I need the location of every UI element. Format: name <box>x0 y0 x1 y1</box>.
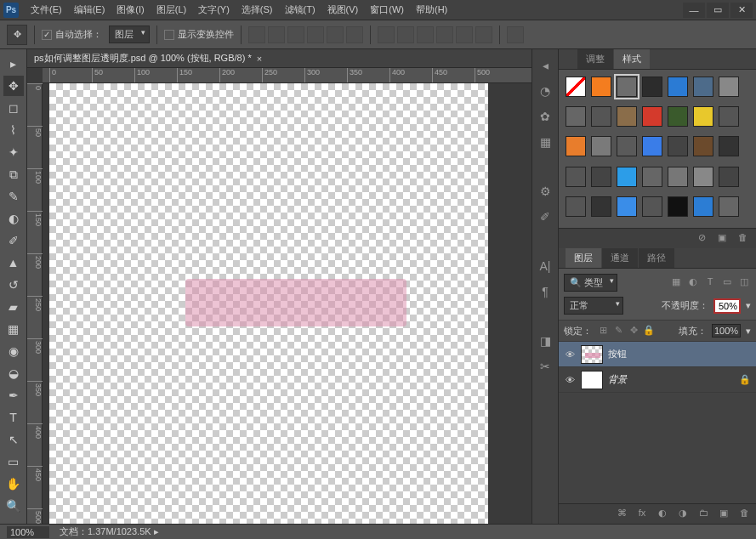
dodge-tool[interactable]: ◒ <box>3 363 24 383</box>
menu-view[interactable]: 视图(V) <box>322 1 364 19</box>
style-swatch[interactable] <box>642 196 662 217</box>
layer-mask-icon[interactable]: ◐ <box>656 508 669 521</box>
align-right-icon[interactable] <box>346 26 363 43</box>
menu-image[interactable]: 图像(I) <box>111 1 149 19</box>
menu-select[interactable]: 选择(S) <box>236 1 278 19</box>
style-swatch[interactable] <box>719 106 739 127</box>
layer-style-icon[interactable]: fx <box>635 508 649 521</box>
layer-row[interactable]: 👁按钮 <box>559 342 756 367</box>
style-swatch[interactable] <box>566 136 586 156</box>
delete-layer-icon[interactable]: 🗑 <box>737 508 751 521</box>
dist-bottom-icon[interactable] <box>417 26 434 43</box>
lock-pixels-icon[interactable]: ✎ <box>612 325 624 337</box>
align-hcenter-icon[interactable] <box>327 26 344 43</box>
clear-style-icon[interactable]: ⊘ <box>695 232 708 246</box>
style-swatch[interactable] <box>668 106 688 127</box>
menu-edit[interactable]: 编辑(E) <box>69 1 111 19</box>
fill-dropdown-icon[interactable]: ▾ <box>746 326 751 337</box>
3d-panel-icon[interactable]: ◨ <box>536 332 554 350</box>
close-button[interactable]: ✕ <box>730 3 753 18</box>
align-bottom-icon[interactable] <box>287 26 304 43</box>
lock-position-icon[interactable]: ✥ <box>628 325 639 337</box>
menu-window[interactable]: 窗口(W) <box>365 1 409 19</box>
delete-style-icon[interactable]: 🗑 <box>736 232 749 246</box>
brush-panel-icon[interactable]: ⚙ <box>536 182 554 201</box>
style-swatch[interactable] <box>719 167 739 187</box>
filter-pixel-icon[interactable]: ▦ <box>669 276 683 290</box>
blend-mode-dropdown[interactable]: 正常 <box>564 297 623 315</box>
visibility-toggle-icon[interactable]: 👁 <box>564 375 576 385</box>
adjustment-layer-icon[interactable]: ◑ <box>676 508 690 521</box>
minimize-button[interactable]: ― <box>683 3 705 18</box>
style-swatch[interactable] <box>668 77 688 97</box>
ruler-horizontal[interactable]: 050100150200250300350400450500 <box>43 68 531 83</box>
dist-vcenter-icon[interactable] <box>397 26 414 43</box>
paths-tab[interactable]: 路径 <box>639 248 674 268</box>
blur-tool[interactable]: ◉ <box>3 341 24 361</box>
style-swatch[interactable] <box>693 196 713 217</box>
path-select-tool[interactable]: ↖ <box>3 429 24 450</box>
color-panel-icon[interactable]: ▦ <box>536 133 554 151</box>
menu-filter[interactable]: 滤镜(T) <box>280 1 321 19</box>
ruler-vertical[interactable]: 050100150200250300350400450500 <box>27 83 43 524</box>
layer-thumbnail[interactable] <box>581 345 603 364</box>
style-swatch[interactable] <box>642 136 662 156</box>
canvas-viewport[interactable] <box>43 83 531 524</box>
auto-select-checkbox[interactable]: 自动选择： <box>42 28 102 41</box>
eraser-tool[interactable]: ▰ <box>3 297 24 317</box>
document-tab-close-icon[interactable]: × <box>257 54 262 64</box>
new-style-icon[interactable]: ▣ <box>715 232 729 246</box>
style-swatch[interactable] <box>591 77 611 97</box>
style-swatch[interactable] <box>617 106 637 127</box>
style-swatch[interactable] <box>719 196 739 217</box>
brush-tool[interactable]: ✐ <box>3 230 24 251</box>
hand-tool[interactable]: ✋ <box>3 474 24 494</box>
dist-hcenter-icon[interactable] <box>456 26 473 43</box>
filter-smart-icon[interactable]: ◫ <box>737 276 751 290</box>
expand-toolbox-icon[interactable]: ▸ <box>3 54 24 74</box>
layers-tab[interactable]: 图层 <box>566 248 601 268</box>
style-swatch[interactable] <box>566 167 586 187</box>
style-swatch[interactable] <box>591 136 611 156</box>
layer-filter-kind-dropdown[interactable]: 🔍 类型 <box>564 274 617 292</box>
lock-all-icon[interactable]: 🔒 <box>643 325 655 337</box>
lock-transparent-icon[interactable]: ⊞ <box>597 325 609 337</box>
clone-stamp-tool[interactable]: ▲ <box>3 252 24 273</box>
align-left-icon[interactable] <box>307 26 324 43</box>
menu-help[interactable]: 帮助(H) <box>411 1 452 19</box>
link-layers-icon[interactable]: ⌘ <box>615 508 628 521</box>
opacity-input[interactable] <box>713 298 741 314</box>
healing-tool[interactable]: ◐ <box>3 208 24 229</box>
zoom-level-input[interactable]: 100% <box>7 526 49 538</box>
menu-type[interactable]: 文字(Y) <box>193 1 235 19</box>
character-panel-icon[interactable]: A| <box>536 257 554 275</box>
style-swatch[interactable] <box>693 167 713 187</box>
swatches-panel-icon[interactable]: ✿ <box>536 107 554 126</box>
dist-right-icon[interactable] <box>475 26 492 43</box>
menu-file[interactable]: 文件(E) <box>26 1 67 19</box>
dist-left-icon[interactable] <box>436 26 453 43</box>
align-top-icon[interactable] <box>248 26 265 43</box>
layer-object-button[interactable] <box>185 279 406 326</box>
rectangle-tool[interactable]: ▭ <box>3 451 24 472</box>
visibility-toggle-icon[interactable]: 👁 <box>564 349 576 360</box>
style-swatch[interactable] <box>668 196 688 217</box>
style-swatch[interactable] <box>566 196 586 217</box>
type-tool[interactable]: T <box>3 407 24 428</box>
style-swatch[interactable] <box>591 167 611 187</box>
current-tool-icon[interactable]: ✥ <box>7 25 27 45</box>
layer-row[interactable]: 👁背景🔒 <box>559 367 756 393</box>
fill-input[interactable] <box>712 324 741 338</box>
magic-wand-tool[interactable]: ✦ <box>3 142 24 162</box>
style-swatch[interactable] <box>591 106 611 127</box>
styles-tab[interactable]: 样式 <box>614 49 650 69</box>
channels-tab[interactable]: 通道 <box>602 248 638 268</box>
style-swatch[interactable] <box>642 77 662 97</box>
document-tab[interactable]: ps如何调整图层透明度.psd @ 100% (按钮, RGB/8) * × <box>27 49 531 68</box>
style-swatch[interactable] <box>693 77 713 97</box>
doc-size-info[interactable]: 文档：1.37M/1023.5K ▸ <box>60 525 159 538</box>
paragraph-panel-icon[interactable]: ¶ <box>536 282 554 301</box>
align-vcenter-icon[interactable] <box>268 26 285 43</box>
history-panel-icon[interactable]: ◔ <box>536 82 554 100</box>
style-swatch[interactable] <box>566 106 586 127</box>
